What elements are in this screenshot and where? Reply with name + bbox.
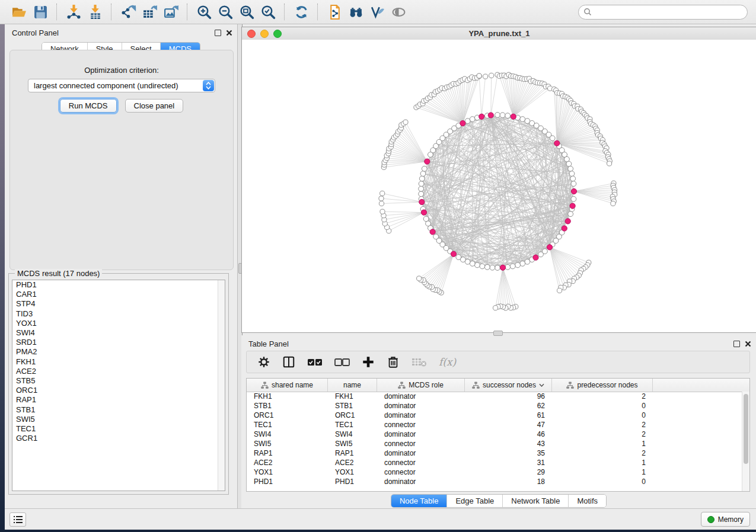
columns-view-icon[interactable] [282, 355, 295, 368]
table-row[interactable]: FKH1FKH1dominator962 [247, 392, 742, 401]
result-node-item[interactable]: ORC1 [12, 386, 225, 395]
result-node-item[interactable]: YOX1 [12, 319, 225, 328]
table-scrollbar-thumb[interactable] [744, 394, 748, 464]
cell-predecessor-nodes: 0 [552, 402, 653, 410]
horizontal-splitter-handle[interactable] [493, 331, 503, 336]
function-builder-icon[interactable]: f(x) [439, 356, 456, 368]
style-brush-icon[interactable] [368, 3, 386, 21]
close-panel-icon[interactable] [226, 30, 232, 36]
cell-predecessor-nodes: 2 [552, 430, 653, 438]
search-input[interactable] [595, 7, 747, 17]
list-icon [14, 516, 23, 523]
export-image-icon[interactable] [162, 3, 180, 21]
result-node-item[interactable]: GCR1 [12, 434, 225, 443]
result-node-item[interactable]: PHD1 [12, 280, 225, 290]
search-binoculars-icon[interactable] [347, 3, 365, 21]
node-table: shared namenameMCDS rolesuccessor nodesp… [246, 378, 750, 492]
result-node-item[interactable]: STB5 [12, 376, 225, 386]
cell-MCDS-role: connector [377, 421, 465, 429]
result-node-item[interactable]: CAR1 [12, 290, 225, 299]
cell-shared-name: RAP1 [247, 449, 328, 457]
tab-edge-table[interactable]: Edge Table [447, 495, 503, 507]
cell-predecessor-nodes: 1 [552, 459, 653, 467]
zoom-fit-icon[interactable] [238, 3, 256, 21]
table-row[interactable]: YOX1YOX1connector291 [247, 467, 742, 477]
tab-node-table[interactable]: Node Table [391, 495, 448, 507]
column-label: MCDS role [409, 381, 444, 389]
result-node-item[interactable]: STB1 [12, 405, 225, 415]
column-header-shared-name[interactable]: shared name [247, 379, 328, 392]
column-header-successor-nodes[interactable]: successor nodes [465, 379, 552, 392]
show-hide-eye-icon[interactable] [390, 3, 407, 21]
cell-predecessor-nodes: 1 [552, 440, 653, 448]
import-network-icon[interactable] [65, 3, 82, 21]
select-all-checkboxes-icon[interactable] [307, 357, 323, 367]
network-file-share-icon[interactable] [326, 3, 343, 21]
table-settings-gear-icon[interactable] [257, 355, 270, 368]
cell-MCDS-role: dominator [377, 449, 465, 457]
table-row[interactable]: SWI4SWI4dominator462 [247, 430, 742, 439]
result-node-item[interactable]: SWI5 [12, 415, 225, 424]
result-node-item[interactable]: PMA2 [12, 347, 225, 357]
delete-column-trash-icon[interactable] [387, 355, 400, 368]
table-row[interactable]: ORC1ORC1dominator610 [247, 411, 742, 420]
result-node-item[interactable]: SRD1 [12, 338, 225, 347]
close-panel-button[interactable]: Close panel [125, 99, 184, 113]
cell-shared-name: YOX1 [247, 468, 328, 476]
save-session-icon[interactable] [31, 3, 49, 21]
open-file-icon[interactable] [10, 3, 28, 21]
column-header-MCDS-role[interactable]: MCDS role [377, 379, 465, 392]
table-body: FKH1FKH1dominator962STB1STB1dominator620… [247, 392, 742, 491]
result-node-item[interactable]: SWI4 [12, 328, 225, 338]
result-node-item[interactable]: TID3 [12, 309, 225, 319]
column-header-name[interactable]: name [328, 379, 377, 392]
result-node-item[interactable]: ACE2 [12, 367, 225, 376]
network-canvas[interactable] [242, 40, 756, 332]
zoom-out-icon[interactable] [216, 3, 234, 21]
cell-name: PHD1 [328, 477, 377, 486]
table-scrollbar[interactable] [742, 392, 749, 491]
close-table-panel-icon[interactable] [745, 341, 751, 347]
column-label: successor nodes [483, 381, 536, 389]
delete-table-icon[interactable] [412, 357, 427, 367]
task-history-button[interactable] [9, 512, 26, 527]
import-table-icon[interactable] [86, 3, 104, 21]
zoom-in-icon[interactable] [195, 3, 213, 21]
cell-name: SWI5 [328, 440, 377, 448]
deselect-all-checkboxes-icon[interactable] [334, 357, 350, 367]
criterion-select[interactable]: largest connected component (undirected) [28, 79, 215, 92]
table-row[interactable]: SWI5SWI5connector431 [247, 439, 742, 448]
result-node-item[interactable]: STP4 [12, 299, 225, 309]
network-window-title: YPA_prune.txt_1 [242, 29, 756, 38]
memory-button[interactable]: Memory [701, 512, 750, 527]
control-panel-title: Control Panel [12, 28, 59, 37]
tab-network-table[interactable]: Network Table [503, 495, 569, 507]
tab-motifs[interactable]: Motifs [569, 495, 606, 507]
result-node-item[interactable]: FKH1 [12, 357, 225, 367]
run-mcds-button[interactable]: Run MCDS [60, 99, 117, 113]
column-header-predecessor-nodes[interactable]: predecessor nodes [552, 379, 653, 392]
export-table-icon[interactable] [141, 3, 158, 21]
mcds-result-list[interactable]: PHD1CAR1STP4TID3YOX1SWI4SRD1PMA2FKH1ACE2… [12, 280, 225, 491]
float-table-panel-icon[interactable] [733, 341, 740, 347]
global-search[interactable] [578, 5, 748, 20]
network-graph[interactable] [242, 40, 756, 332]
result-list-scrollbar[interactable] [218, 280, 225, 491]
table-row[interactable]: ACE2ACE2connector311 [247, 458, 742, 467]
cell-MCDS-role: dominator [377, 392, 465, 400]
add-column-icon[interactable] [362, 355, 375, 368]
cell-successor-nodes: 47 [465, 421, 552, 429]
result-node-item[interactable]: TEC1 [12, 424, 225, 434]
table-row[interactable]: PHD1PHD1dominator180 [247, 477, 742, 486]
network-window-titlebar[interactable]: YPA_prune.txt_1 [242, 27, 756, 40]
table-row[interactable]: TEC1TEC1connector472 [247, 420, 742, 430]
table-row[interactable]: STB1STB1dominator620 [247, 401, 742, 411]
cell-name: RAP1 [328, 449, 377, 457]
cell-successor-nodes: 61 [465, 411, 552, 419]
result-node-item[interactable]: RAP1 [12, 395, 225, 405]
export-network-icon[interactable] [119, 3, 137, 21]
table-row[interactable]: RAP1RAP1dominator352 [247, 448, 742, 458]
float-panel-icon[interactable] [215, 30, 221, 36]
zoom-selected-icon[interactable] [259, 3, 277, 21]
refresh-icon[interactable] [292, 3, 310, 21]
